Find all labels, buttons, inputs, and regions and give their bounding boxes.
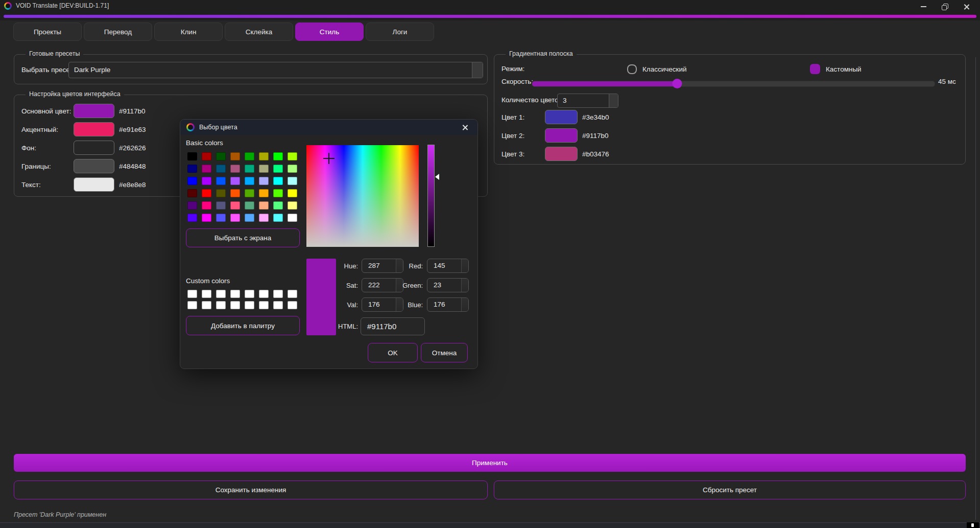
basic-color-swatch[interactable]	[288, 189, 297, 197]
basic-color-swatch[interactable]	[230, 201, 240, 210]
custom-color-swatch[interactable]	[187, 301, 197, 309]
basic-color-swatch[interactable]	[259, 201, 269, 210]
basic-color-swatch[interactable]	[187, 201, 197, 210]
basic-color-swatch[interactable]	[202, 201, 211, 210]
tab-Склейка[interactable]: Склейка	[225, 22, 293, 41]
basic-color-swatch[interactable]	[202, 189, 211, 197]
color-swatch[interactable]	[545, 110, 578, 124]
basic-color-swatch[interactable]	[202, 214, 211, 222]
value-slider-arrow-icon[interactable]	[435, 174, 439, 180]
basic-color-swatch[interactable]	[216, 165, 226, 173]
basic-color-swatch[interactable]	[288, 214, 297, 222]
custom-color-swatch[interactable]	[202, 301, 211, 309]
basic-color-swatch[interactable]	[245, 165, 254, 173]
custom-color-swatch[interactable]	[202, 290, 211, 298]
color-swatch[interactable]	[74, 141, 114, 155]
color-swatch[interactable]	[74, 122, 114, 136]
close-button[interactable]	[955, 0, 977, 13]
basic-color-swatch[interactable]	[288, 152, 297, 160]
basic-color-swatch[interactable]	[202, 165, 211, 173]
custom-color-swatch[interactable]	[230, 301, 240, 309]
tab-Логи[interactable]: Логи	[366, 22, 434, 41]
basic-color-swatch[interactable]	[216, 152, 226, 160]
mode-option-Кастомный[interactable]: Кастомный	[810, 63, 862, 75]
basic-color-swatch[interactable]	[273, 201, 283, 210]
custom-color-swatch[interactable]	[288, 290, 297, 298]
basic-color-swatch[interactable]	[216, 214, 226, 222]
basic-color-swatch[interactable]	[187, 165, 197, 173]
color-swatch[interactable]	[74, 104, 114, 118]
green-field[interactable]: 23	[427, 278, 469, 292]
apply-button[interactable]: Применить	[14, 454, 966, 472]
tab-Клин[interactable]: Клин	[154, 22, 223, 41]
reset-preset-button[interactable]: Сбросить пресет	[494, 480, 966, 499]
ok-button[interactable]: OK	[368, 343, 418, 362]
custom-color-swatch[interactable]	[216, 301, 226, 309]
pick-from-screen-button[interactable]: Выбрать с экрана	[186, 228, 300, 247]
basic-color-swatch[interactable]	[273, 177, 283, 185]
custom-color-swatch[interactable]	[273, 290, 283, 298]
basic-color-swatch[interactable]	[245, 201, 254, 210]
custom-color-swatch[interactable]	[245, 301, 254, 309]
basic-color-swatch[interactable]	[245, 214, 254, 222]
color-count-spinbox[interactable]: 3	[557, 94, 618, 108]
basic-color-swatch[interactable]	[259, 177, 269, 185]
basic-color-swatch[interactable]	[216, 177, 226, 185]
speed-slider-handle[interactable]	[672, 79, 682, 88]
dialog-close-button[interactable]	[458, 122, 471, 133]
basic-color-swatch[interactable]	[230, 165, 240, 173]
red-field[interactable]: 145	[427, 259, 469, 273]
basic-color-swatch[interactable]	[230, 177, 240, 185]
basic-color-swatch[interactable]	[230, 189, 240, 197]
color-swatch[interactable]	[545, 128, 578, 143]
preset-combobox[interactable]: Dark Purple	[68, 62, 483, 78]
basic-color-swatch[interactable]	[245, 177, 254, 185]
custom-color-swatch[interactable]	[245, 290, 254, 298]
basic-color-swatch[interactable]	[216, 189, 226, 197]
basic-color-swatch[interactable]	[273, 165, 283, 173]
minimize-button[interactable]	[913, 0, 934, 13]
basic-color-swatch[interactable]	[245, 152, 254, 160]
basic-color-swatch[interactable]	[259, 152, 269, 160]
basic-color-swatch[interactable]	[202, 177, 211, 185]
basic-color-swatch[interactable]	[259, 189, 269, 197]
basic-color-swatch[interactable]	[187, 177, 197, 185]
speed-slider[interactable]	[532, 81, 935, 87]
basic-color-swatch[interactable]	[273, 214, 283, 222]
basic-color-swatch[interactable]	[273, 189, 283, 197]
basic-color-swatch[interactable]	[202, 152, 211, 160]
basic-color-swatch[interactable]	[259, 214, 269, 222]
mode-option-Классический[interactable]: Классический	[627, 63, 687, 75]
custom-color-swatch[interactable]	[259, 290, 269, 298]
tab-Перевод[interactable]: Перевод	[84, 22, 152, 41]
blue-field[interactable]: 176	[427, 297, 469, 312]
basic-color-swatch[interactable]	[288, 165, 297, 173]
save-changes-button[interactable]: Сохранить изменения	[14, 480, 488, 499]
basic-color-swatch[interactable]	[288, 177, 297, 185]
restore-button[interactable]	[934, 0, 955, 13]
basic-color-swatch[interactable]	[288, 201, 297, 210]
color-swatch[interactable]	[74, 159, 114, 173]
color-swatch[interactable]	[74, 177, 114, 192]
basic-color-swatch[interactable]	[273, 152, 283, 160]
basic-color-swatch[interactable]	[187, 214, 197, 222]
custom-color-swatch[interactable]	[259, 301, 269, 309]
color-swatch[interactable]	[545, 147, 578, 161]
basic-color-swatch[interactable]	[187, 189, 197, 197]
basic-color-swatch[interactable]	[230, 152, 240, 160]
basic-color-swatch[interactable]	[216, 201, 226, 210]
basic-color-swatch[interactable]	[230, 214, 240, 222]
saturation-value-picker[interactable]	[306, 145, 419, 247]
basic-color-swatch[interactable]	[187, 152, 197, 160]
tab-Стиль[interactable]: Стиль	[295, 22, 364, 41]
basic-color-swatch[interactable]	[259, 165, 269, 173]
add-to-palette-button[interactable]: Добавить в палитру	[186, 316, 300, 335]
basic-color-swatch[interactable]	[245, 189, 254, 197]
tab-Проекты[interactable]: Проекты	[13, 22, 82, 41]
cancel-button[interactable]: Отмена	[421, 343, 468, 362]
custom-color-swatch[interactable]	[187, 290, 197, 298]
dialog-title-bar[interactable]: Выбор цвета	[180, 120, 477, 135]
custom-color-swatch[interactable]	[216, 290, 226, 298]
custom-color-swatch[interactable]	[273, 301, 283, 309]
html-field[interactable]: #9117b0	[361, 317, 425, 335]
